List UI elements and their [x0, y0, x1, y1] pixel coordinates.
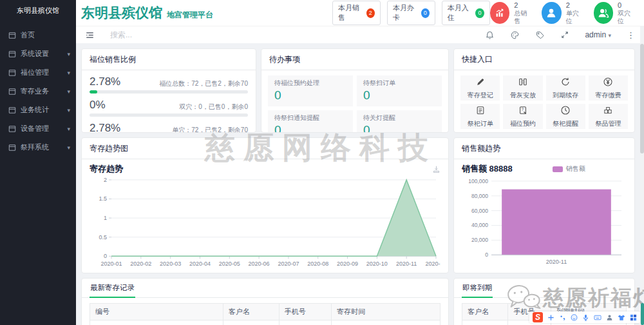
- user-menu[interactable]: admin ▾: [585, 30, 611, 39]
- sidebar-item-label: 业务统计: [21, 105, 49, 115]
- sidebar-item-fuwei-management[interactable]: 福位管理 ▾: [0, 63, 76, 82]
- svg-text:1.5: 1.5: [99, 196, 107, 202]
- language-toggle-icon[interactable]: [547, 314, 554, 321]
- ime-handle[interactable]: [641, 303, 644, 325]
- theme-palette-icon[interactable]: [510, 30, 520, 40]
- renew-icon: [560, 77, 571, 90]
- chevron-down-icon: ▾: [67, 51, 70, 57]
- stat-value: 2: [566, 1, 583, 10]
- chevron-down-icon: ▾: [67, 144, 70, 151]
- sidebar-item-business-statistics[interactable]: 业务统计 ▾: [0, 101, 76, 119]
- badge-month-cards[interactable]: 本月办卡 0: [387, 1, 435, 25]
- card-title: 待办事项: [261, 49, 448, 70]
- emoji-icon[interactable]: [571, 314, 578, 321]
- punctuation-icon[interactable]: [559, 314, 566, 321]
- microphone-icon[interactable]: [582, 314, 589, 321]
- cell-customer: 上官童: [462, 320, 508, 325]
- todo-tile-lamp-off[interactable]: 待关灯提醒 0: [357, 110, 442, 133]
- skin-tshirt-icon[interactable]: [618, 314, 625, 321]
- svg-text:2020-01: 2020-01: [100, 261, 122, 267]
- collapse-menu-icon[interactable]: [85, 30, 95, 40]
- svg-text:20,000: 20,000: [471, 237, 488, 243]
- quick-label: 到期续存: [553, 91, 578, 100]
- bar-chart-icon: [490, 2, 510, 24]
- svg-text:100,000: 100,000: [468, 178, 488, 184]
- card-title: 快捷入口: [454, 49, 634, 70]
- svg-text:2020-08: 2020-08: [307, 261, 328, 267]
- topbar-stats: 2总销售 2单穴位 0双穴位: [490, 1, 635, 25]
- toolbar: admin ▾ ⋮: [76, 26, 644, 43]
- svg-text:2020-02: 2020-02: [130, 261, 151, 267]
- todo-tile-booking[interactable]: 待福位预约处理 0: [268, 75, 353, 106]
- sidebar-item-device-management[interactable]: 设备管理 ▾: [0, 119, 76, 138]
- sidebar-item-label: 福位管理: [21, 68, 49, 77]
- svg-text:80,000: 80,000: [471, 193, 488, 199]
- chart-title: 销售额 88888: [462, 163, 513, 175]
- quick-ashes-placement[interactable]: 骨灰安放: [503, 75, 542, 101]
- order-icon: [475, 105, 486, 118]
- quick-sacrifice-reminder[interactable]: 祭祀提醒: [546, 104, 585, 129]
- download-chart-icon[interactable]: [432, 165, 440, 173]
- month-badges: 本月销售 2 本月办卡 0 本月入住 0: [332, 1, 490, 25]
- toolbox-icon[interactable]: [630, 314, 637, 321]
- badge-month-sales[interactable]: 本月销售 2: [332, 1, 381, 25]
- sogou-input-logo[interactable]: S: [533, 312, 543, 322]
- quick-sacrifice-orders[interactable]: 祭祀订单: [460, 104, 500, 129]
- todo-value: 0: [363, 123, 435, 133]
- quick-label: 寄存登记: [468, 91, 493, 100]
- todo-tile-sweep-orders[interactable]: 待祭扫订单 0: [357, 75, 442, 106]
- quick-storage-payment[interactable]: 寄存缴费: [589, 75, 628, 101]
- tag-icon[interactable]: [535, 30, 545, 40]
- notification-bell-icon[interactable]: [485, 30, 495, 40]
- svg-text:1: 1: [104, 215, 107, 221]
- sidebar-item-storage-business[interactable]: 寄存业务 ▾: [0, 82, 76, 101]
- quick-storage-register[interactable]: 寄存登记: [460, 75, 500, 101]
- keyboard-icon[interactable]: [594, 314, 601, 321]
- window-icon: [8, 88, 16, 95]
- page-title: 东明县殡仪馆: [81, 4, 162, 22]
- scrollbar-thumb[interactable]: [640, 44, 644, 153]
- card-sales-ratio: 福位销售比例 2.78%福位总数：72，已售2，剩余70 0%双穴：0，已售0，…: [81, 48, 256, 133]
- quick-fuwei-booking[interactable]: ? 福位预约: [503, 104, 542, 129]
- quick-renew-storage[interactable]: 到期续存: [546, 75, 585, 101]
- stat-label: 双穴位: [618, 10, 635, 25]
- chart-title: 寄存趋势: [90, 163, 123, 175]
- todo-value: 0: [363, 88, 435, 103]
- quick-offerings-management[interactable]: 祭品管理: [589, 104, 628, 129]
- window-icon: [8, 144, 16, 152]
- svg-text:?: ?: [521, 107, 524, 112]
- window-icon: [8, 32, 16, 39]
- fullscreen-icon[interactable]: [560, 30, 569, 39]
- ratio-double: 0%双穴：0，已售0，剩余0: [90, 99, 248, 117]
- svg-text:0.5: 0.5: [99, 234, 107, 241]
- todo-tile-sweep-notice[interactable]: 待祭扫通知提醒 0: [268, 110, 353, 133]
- ratio-desc: 双穴：0，已售0，剩余0: [179, 103, 248, 112]
- scrollbar-track[interactable]: [640, 26, 644, 325]
- chevron-down-icon: ▾: [67, 107, 70, 113]
- sidebar-item-label: 祭拜系统: [21, 143, 49, 152]
- table-row: REG-186420201114144615 哈吉斯 2020-11-14 14…: [90, 320, 440, 325]
- sales-trend-chart: 020,00040,00060,00080,000100,0002020-11: [462, 175, 627, 270]
- stat-single-plots: 2单穴位: [542, 1, 583, 25]
- window-icon: [8, 50, 16, 58]
- sidebar-item-label: 设备管理: [21, 124, 49, 133]
- chevron-down-icon: ▾: [608, 32, 611, 39]
- svg-text:2: 2: [104, 177, 107, 183]
- more-options-icon[interactable]: ⋮: [627, 30, 635, 40]
- main-area: 东明县殡仪馆 地宫管理平台 本月销售 2 本月办卡 0 本月入住 0 2总销售: [76, 0, 644, 325]
- search-input[interactable]: [110, 30, 213, 39]
- col-header: 客户名: [462, 304, 508, 320]
- todo-label: 待关灯提醒: [363, 113, 435, 123]
- sidebar-item-home[interactable]: 首页: [0, 26, 76, 44]
- page-subtitle: 地宫管理平台: [167, 10, 213, 21]
- person-icon[interactable]: [606, 314, 613, 321]
- sidebar-brand-title: 东明县殡仪馆: [0, 0, 76, 19]
- dashboard-content: 福位销售比例 2.78%福位总数：72，已售2，剩余70 0%双穴：0，已售0，…: [76, 43, 640, 325]
- sidebar-item-worship-system[interactable]: 祭拜系统 ▾: [0, 138, 76, 157]
- quick-label: 祭品管理: [595, 119, 621, 128]
- sidebar-item-system-settings[interactable]: 系统设置 ▾: [0, 44, 76, 63]
- todo-label: 待福位预约处理: [274, 79, 346, 88]
- badge-month-checkin[interactable]: 本月入住 0: [442, 1, 490, 25]
- stat-label: 总销售: [514, 10, 531, 25]
- goods-icon: [603, 105, 613, 118]
